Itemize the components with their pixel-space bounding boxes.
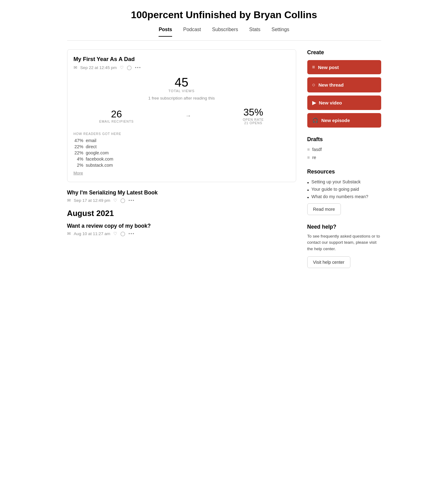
read-more-button[interactable]: Read more xyxy=(307,203,341,215)
mail-icon-3 xyxy=(67,231,71,236)
source-pct-0: 47% xyxy=(74,138,83,143)
help-text: To see frequently asked questions or to … xyxy=(307,233,381,252)
draft-icon-1: ≡ xyxy=(307,155,310,160)
featured-post-date: Sep 22 at 12:45 pm xyxy=(80,65,117,70)
help-section: Need help? To see frequently asked quest… xyxy=(307,224,381,268)
heart-icon-3[interactable] xyxy=(113,231,117,236)
mail-icon xyxy=(74,65,77,70)
source-row-0: 47% email xyxy=(74,138,290,143)
email-recipients-label: EMAIL RECIPIENTS xyxy=(99,120,134,123)
nav-item-subscribers[interactable]: Subscribers xyxy=(212,27,238,37)
drafts-title: Drafts xyxy=(307,136,381,143)
mail-icon-2 xyxy=(67,198,71,203)
arrow-icon: → xyxy=(185,112,191,119)
source-row-4: 2% substack.com xyxy=(74,163,290,168)
new-thread-icon: ○ xyxy=(312,82,316,88)
create-section-title: Create xyxy=(307,49,381,56)
resource-bullet-2: ● xyxy=(307,196,309,199)
resource-item-0[interactable]: ● Setting up your Substack xyxy=(307,179,381,184)
more-link[interactable]: More xyxy=(74,171,83,175)
email-recipients-block: 26 EMAIL RECIPIENTS xyxy=(99,108,134,123)
nav-item-stats[interactable]: Stats xyxy=(249,27,260,37)
featured-post-title: My First Year As A Dad xyxy=(74,56,290,63)
drafts-section: Drafts ≡ fasdf ≡ re xyxy=(307,136,381,160)
nav-item-settings[interactable]: Settings xyxy=(272,27,289,37)
resources-title: Resources xyxy=(307,169,381,175)
new-thread-label: New thread xyxy=(318,82,344,88)
visit-help-button[interactable]: Visit help center xyxy=(307,256,350,268)
heart-icon[interactable] xyxy=(120,65,124,70)
source-pct-3: 4% xyxy=(74,157,83,161)
source-pct-1: 22% xyxy=(74,144,83,149)
post-row-1-title[interactable]: Why I'm Serializing My Latest Book xyxy=(67,189,296,196)
more-options-icon[interactable]: ••• xyxy=(135,65,141,70)
month-heading: August 2021 xyxy=(67,209,296,218)
post-row-aug-1: Want a review copy of my book? Aug 10 at… xyxy=(67,223,296,236)
resource-label-1: Your guide to going paid xyxy=(311,187,359,192)
new-video-label: New video xyxy=(319,100,342,105)
featured-post-meta: Sep 22 at 12:45 pm ◯ ••• xyxy=(74,65,290,70)
new-video-icon: ▶ xyxy=(312,100,316,106)
open-rate-number: 35% xyxy=(243,107,264,118)
source-name-4: substack.com xyxy=(86,163,113,168)
post-row-aug-1-title[interactable]: Want a review copy of my book? xyxy=(67,223,296,229)
heart-icon-2[interactable] xyxy=(113,198,117,203)
more-options-icon-2[interactable]: ••• xyxy=(128,198,135,203)
source-name-1: direct xyxy=(86,144,97,149)
source-name-3: facebook.com xyxy=(86,157,114,161)
sidebar: Create ≡ New post ○ New thread ▶ New vid… xyxy=(307,49,381,268)
source-row-2: 22% google.com xyxy=(74,150,290,155)
page-layout: My First Year As A Dad Sep 22 at 12:45 p… xyxy=(67,49,381,268)
sources-section: HOW READERS GOT HERE 47% email 22% direc… xyxy=(74,132,290,176)
post-row-aug-1-date: Aug 10 at 11:27 am xyxy=(74,231,111,236)
main-column: My First Year As A Dad Sep 22 at 12:45 p… xyxy=(67,49,296,242)
help-title: Need help? xyxy=(307,224,381,230)
nav-item-podcast[interactable]: Podcast xyxy=(183,27,201,37)
new-post-button[interactable]: ≡ New post xyxy=(307,60,381,74)
resources-section: Resources ● Setting up your Substack ● Y… xyxy=(307,169,381,215)
resource-item-2[interactable]: ● What do my numbers mean? xyxy=(307,194,381,199)
source-pct-4: 2% xyxy=(74,163,83,168)
resource-bullet-0: ● xyxy=(307,181,309,184)
draft-item-0[interactable]: ≡ fasdf xyxy=(307,147,381,152)
draft-name-1: re xyxy=(312,155,316,160)
new-video-button[interactable]: ▶ New video xyxy=(307,96,381,110)
new-episode-label: New episode xyxy=(321,118,350,123)
nav-item-posts[interactable]: Posts xyxy=(159,27,172,37)
new-thread-button[interactable]: ○ New thread xyxy=(307,77,381,92)
main-nav: Posts Podcast Subscribers Stats Settings xyxy=(67,27,381,41)
resource-item-1[interactable]: ● Your guide to going paid xyxy=(307,187,381,192)
resource-label-2: What do my numbers mean? xyxy=(311,194,368,199)
post-row-1-meta: Sep 17 at 12:49 pm ◯ ••• xyxy=(67,198,296,203)
post-row-1-date: Sep 17 at 12:49 pm xyxy=(74,198,111,203)
site-title: 100percent Unfinished by Bryan Collins xyxy=(67,0,381,27)
new-post-icon: ≡ xyxy=(312,64,315,70)
subscription-note: 1 free subscription after reading this xyxy=(74,96,290,100)
source-name-2: google.com xyxy=(86,150,109,155)
source-name-0: email xyxy=(86,138,96,143)
draft-icon-0: ≡ xyxy=(307,147,310,152)
source-row-3: 4% facebook.com xyxy=(74,157,290,161)
resource-bullet-1: ● xyxy=(307,188,309,192)
source-pct-2: 22% xyxy=(74,150,83,155)
total-views-label: TOTAL VIEWS xyxy=(74,89,290,93)
featured-post-card: My First Year As A Dad Sep 22 at 12:45 p… xyxy=(67,49,296,182)
post-row-aug-1-meta: Aug 10 at 11:27 am ◯ ••• xyxy=(67,231,296,236)
opens-count: 21 OPENS xyxy=(243,121,264,125)
resource-list: ● Setting up your Substack ● Your guide … xyxy=(307,179,381,199)
new-episode-button[interactable]: 🎧 New episode xyxy=(307,113,381,128)
comment-icon-3[interactable]: ◯ xyxy=(120,231,125,236)
email-stats-row: 26 EMAIL RECIPIENTS → 35% OPEN RATE 21 O… xyxy=(74,107,290,125)
new-post-label: New post xyxy=(318,65,339,70)
comment-icon-2[interactable]: ◯ xyxy=(120,198,125,203)
comment-icon[interactable]: ◯ xyxy=(127,65,132,70)
resource-label-0: Setting up your Substack xyxy=(311,179,361,184)
more-options-icon-3[interactable]: ••• xyxy=(128,231,135,236)
open-rate-label: OPEN RATE xyxy=(243,118,264,121)
open-rate-block: 35% OPEN RATE 21 OPENS xyxy=(243,107,264,125)
total-views-number: 45 xyxy=(74,75,290,89)
email-recipients-number: 26 xyxy=(99,108,134,120)
draft-name-0: fasdf xyxy=(312,147,322,152)
draft-item-1[interactable]: ≡ re xyxy=(307,155,381,160)
source-row-1: 22% direct xyxy=(74,144,290,149)
